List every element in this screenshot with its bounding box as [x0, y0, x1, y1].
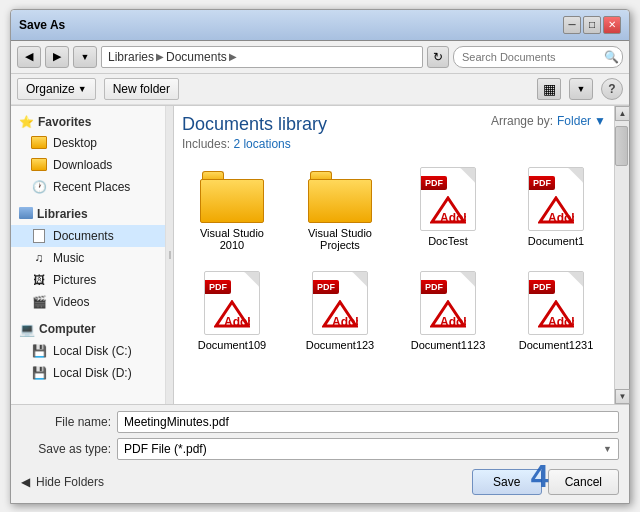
cancel-button[interactable]: Cancel	[548, 469, 619, 495]
scroll-up-button[interactable]: ▲	[615, 106, 630, 121]
file-item-document1123[interactable]: PDF Adobe Document1123	[398, 265, 498, 357]
scroll-track[interactable]	[615, 121, 629, 389]
filename-input[interactable]	[117, 411, 619, 433]
sidebar-item-recent[interactable]: 🕐 Recent Places	[11, 176, 165, 198]
vertical-scrollbar[interactable]: ▲ ▼	[614, 106, 629, 404]
sidebar-item-local-c[interactable]: 💾 Local Disk (C:)	[11, 340, 165, 362]
sidebar-item-videos[interactable]: 🎬 Videos	[11, 291, 165, 313]
new-folder-button[interactable]: New folder	[104, 78, 179, 100]
arrange-label: Arrange by:	[491, 114, 553, 128]
file-item-doctest[interactable]: PDF Adobe DocTest	[398, 161, 498, 257]
computer-icon: 💻	[19, 322, 35, 337]
minimize-button[interactable]: ─	[563, 16, 581, 34]
search-input[interactable]	[462, 51, 600, 63]
file-item-document123[interactable]: PDF Adobe Document123	[290, 265, 390, 357]
libraries-section: Libraries Documents ♫ Music 🖼 Pictures	[11, 204, 165, 313]
videos-icon: 🎬	[31, 294, 47, 310]
window-controls: ─ □ ✕	[563, 16, 621, 34]
maximize-button[interactable]: □	[583, 16, 601, 34]
savetype-select[interactable]: PDF File (*.pdf) ▼	[117, 438, 619, 460]
file-item-document1231[interactable]: PDF Adobe Document1231	[506, 265, 606, 357]
libraries-label: Libraries	[37, 207, 88, 221]
savetype-row: Save as type: PDF File (*.pdf) ▼	[21, 438, 619, 460]
path-sub: Documents	[166, 50, 227, 64]
file-name-document1231: Document1231	[519, 339, 594, 351]
locations-link[interactable]: 2 locations	[233, 137, 290, 151]
favorites-label: Favorites	[38, 115, 91, 129]
step-number: 4	[531, 460, 549, 492]
file-item-document1[interactable]: PDF Adobe Document1	[506, 161, 606, 257]
computer-label: Computer	[39, 322, 96, 336]
file-item-vs2010[interactable]: Visual Studio2010	[182, 161, 282, 257]
organize-button[interactable]: Organize ▼	[17, 78, 96, 100]
star-icon: ⭐	[19, 115, 34, 129]
recent-label: Recent Places	[53, 180, 130, 194]
documents-label: Documents	[53, 229, 114, 243]
file-name-document1123: Document1123	[411, 339, 486, 351]
pdf-badge-3: PDF	[205, 280, 231, 294]
refresh-button[interactable]: ↻	[427, 46, 449, 68]
save-button[interactable]: Save 4	[472, 469, 542, 495]
filename-label: File name:	[21, 415, 111, 429]
sidebar-item-documents[interactable]: Documents	[11, 225, 165, 247]
folder-icon-vs2010	[200, 167, 264, 223]
hide-folders-button[interactable]: ◀ Hide Folders	[21, 475, 104, 489]
libraries-header: Libraries	[11, 204, 165, 225]
computer-header: 💻 Computer	[11, 319, 165, 340]
search-box[interactable]: 🔍	[453, 46, 623, 68]
library-title: Documents library	[182, 114, 327, 135]
scroll-down-button[interactable]: ▼	[615, 389, 630, 404]
file-item-vsprojects[interactable]: Visual StudioProjects	[290, 161, 390, 257]
file-name-document123: Document123	[306, 339, 375, 351]
videos-label: Videos	[53, 295, 89, 309]
cancel-label: Cancel	[565, 475, 602, 489]
adobe-logo-3: Adobe	[214, 300, 250, 328]
file-grid: Visual Studio2010 Visual StudioProjects …	[182, 161, 606, 357]
sidebar-item-desktop[interactable]: Desktop	[11, 132, 165, 154]
help-button[interactable]: ?	[601, 78, 623, 100]
hide-folders-label: Hide Folders	[36, 475, 104, 489]
desktop-label: Desktop	[53, 136, 97, 150]
bottom-area: File name: Save as type: PDF File (*.pdf…	[11, 405, 629, 503]
adobe-logo-2: Adobe	[538, 196, 574, 224]
savetype-value: PDF File (*.pdf)	[124, 442, 207, 456]
title-bar: Save As ─ □ ✕	[11, 10, 629, 41]
favorites-section: ⭐ Favorites Desktop Downloads 🕐	[11, 112, 165, 198]
drive-c-icon: 💾	[31, 343, 47, 359]
path-root: Libraries	[108, 50, 154, 64]
svg-text:Adobe: Adobe	[440, 315, 466, 328]
close-button[interactable]: ✕	[603, 16, 621, 34]
sidebar-item-downloads[interactable]: Downloads	[11, 154, 165, 176]
computer-section: 💻 Computer 💾 Local Disk (C:) 💾 Local Dis…	[11, 319, 165, 384]
sidebar-item-music[interactable]: ♫ Music	[11, 247, 165, 269]
favorites-header: ⭐ Favorites	[11, 112, 165, 132]
dropdown-arrow-button[interactable]: ▼	[73, 46, 97, 68]
sidebar-item-local-d[interactable]: 💾 Local Disk (D:)	[11, 362, 165, 384]
desktop-icon	[31, 135, 47, 151]
view-button[interactable]: ▦	[537, 78, 561, 100]
button-row: ◀ Hide Folders Save 4 Cancel	[21, 465, 619, 497]
organize-label: Organize	[26, 82, 75, 96]
file-name-document109: Document109	[198, 339, 267, 351]
back-button[interactable]: ◀	[17, 46, 41, 68]
scroll-thumb[interactable]	[615, 126, 628, 166]
forward-button[interactable]: ▶	[45, 46, 69, 68]
view-dropdown-button[interactable]: ▼	[569, 78, 593, 100]
documents-icon	[31, 228, 47, 244]
sidebar-item-pictures[interactable]: 🖼 Pictures	[11, 269, 165, 291]
file-name-document1: Document1	[528, 235, 584, 247]
folder-icon-vsprojects	[308, 167, 372, 223]
arrange-value-button[interactable]: Folder ▼	[557, 114, 606, 128]
search-icon: 🔍	[604, 50, 619, 64]
arrange-by: Arrange by: Folder ▼	[491, 114, 606, 128]
library-subtitle: Includes: 2 locations	[182, 137, 327, 151]
pdf-icon-document1: PDF Adobe	[528, 167, 584, 231]
pdf-icon-document1231: PDF Adobe	[528, 271, 584, 335]
path-separator-2: ▶	[229, 51, 237, 62]
file-item-document109[interactable]: PDF Adobe Document109	[182, 265, 282, 357]
address-path[interactable]: Libraries ▶ Documents ▶	[101, 46, 423, 68]
svg-text:Adobe: Adobe	[440, 211, 466, 224]
file-name-doctest: DocTest	[428, 235, 468, 247]
collapse-handle[interactable]: ‖	[166, 106, 174, 404]
downloads-icon	[31, 157, 47, 173]
